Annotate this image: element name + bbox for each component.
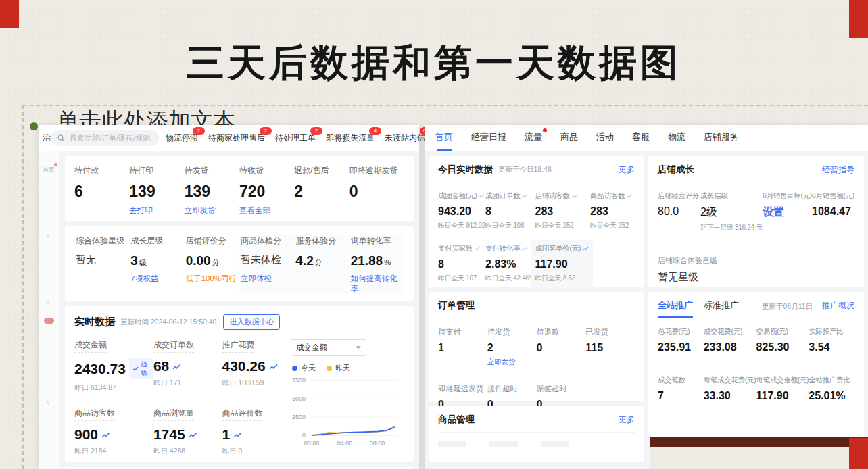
sidebar-badge [44, 318, 54, 324]
right-dashboard: 首页 经营日报 流量 商品 活动 客服 物流 店铺服务 今日实时数据 更新于今日… [425, 125, 868, 469]
growth-level: 成长层级 2级 距下一层级 316.24 元 [700, 191, 763, 232]
alert-nav: 物流停滞2 待商家处理售后2 待处理工单2 即将损失流量4 未读站内信68 [166, 132, 425, 144]
collapsed-sidebar: 首页 ∧ ∧ ∧ [39, 151, 59, 469]
trend-icon[interactable] [582, 246, 589, 251]
promo-amount-per-deal: 每笔成交金额(元) 117.90 [756, 376, 809, 405]
go-print-link[interactable]: 去打印 [129, 205, 184, 216]
metric-avg-order-value: 成团客单价(元) 117.90 昨日全天 8.52 [531, 240, 593, 289]
tab-goods[interactable]: 商品 [560, 131, 578, 151]
promotion-card: 全站推广 标准推广 更新于06月11日 推广概况 总花费(元) 235.91 成… [648, 292, 864, 437]
chevron-up-icon[interactable]: ∧ [45, 232, 50, 239]
metric-item-visitors: 商品访客数 283 昨日全天 252 [590, 191, 635, 230]
badge: 2 [260, 127, 272, 135]
shop-growth-card: 店铺成长 经营指导 店铺经营评分 80.0 成长层级 2级 距下一层级 316.… [648, 156, 864, 287]
stat-to-receive: 待收货 720 查看全部 [239, 165, 294, 216]
stat-inquiry-conversion: 询单转化率 21.88% 如何提高转化率 [349, 235, 404, 294]
trend-icon[interactable] [101, 431, 110, 439]
realtime-chart-svg [309, 374, 398, 439]
chart-legend: 今天 昨天 [292, 363, 404, 373]
trend-icon [626, 193, 633, 199]
corner-decor-bottom-right [849, 438, 868, 469]
right-dashboard-tabbar: 首页 经营日报 流量 商品 活动 客服 物流 店铺服务 [425, 125, 868, 151]
tab-customer-service[interactable]: 客服 [632, 131, 650, 151]
tab-home[interactable]: 首页 [435, 131, 453, 151]
tab-daily-report[interactable]: 经营日报 [471, 131, 506, 151]
sidebar-home-dot [54, 163, 57, 166]
nav-unread-messages[interactable]: 未读站内信68 [385, 132, 425, 144]
below-peers-link[interactable]: 低于100%同行 [186, 274, 239, 284]
star-rating-value: 暂无星级 [658, 271, 854, 284]
trend-badge[interactable]: 趋势 [129, 358, 153, 379]
growth-shop-score: 店铺经营评分 80.0 [658, 191, 700, 232]
chevron-up-icon[interactable]: ∧ [45, 298, 50, 305]
todo-stats-card: 待付款 6 待打印 139 去打印 待发货 139 立即发货 待收货 720 查… [65, 156, 414, 221]
badge: 2 [310, 127, 322, 135]
search-input[interactable] [68, 133, 152, 143]
stat-to-ship: 待发货 139 立即发货 [185, 165, 239, 216]
corner-decor-top-left [0, 0, 19, 28]
bottom-decor-bar [650, 437, 868, 447]
left-dashboard: 治 物流停滞2 待商家处理售后2 待处理工单2 即将损失流量4 未读站内信68 … [39, 125, 419, 469]
nav-pending-ticket[interactable]: 待处理工单2 [275, 132, 316, 144]
enter-data-center-button[interactable]: 进入数据中心 [223, 314, 280, 330]
trend-icon[interactable] [269, 363, 278, 370]
tab-traffic[interactable]: 流量 [525, 131, 542, 151]
order-shipped: 已发货 115 [585, 327, 635, 368]
trend-icon[interactable] [172, 363, 181, 370]
stat-service-score: 服务体验分 4.2分 [294, 235, 349, 294]
trend-icon [132, 365, 139, 372]
trend-icon [474, 246, 481, 251]
improve-conversion-link[interactable]: 如何提高转化率 [351, 274, 404, 294]
legend-yesterday[interactable]: 昨天 [327, 363, 350, 373]
set-target-link[interactable]: 设置 [763, 205, 812, 220]
bottom-bg-patch [650, 447, 849, 469]
stat-action-link[interactable] [74, 205, 129, 216]
tab-sitewide-promo[interactable]: 全站推广 [658, 299, 693, 318]
metric-pay-conversion: 支付转化率 2.83% 昨日全天 42.46% [485, 244, 535, 283]
sidebar-item-home[interactable]: 首页 [43, 166, 55, 174]
chevron-up-icon[interactable]: ∧ [45, 399, 50, 407]
more-link[interactable]: 更多 [619, 414, 635, 426]
metric-orders: 成交订单数 68 昨日 171 [153, 338, 222, 393]
search-bar[interactable] [51, 130, 159, 146]
promo-fee-ratio: 全站推广费比 25.01% [809, 376, 854, 405]
legend-today[interactable]: 今天 [292, 363, 316, 373]
tab-logistics[interactable]: 物流 [668, 131, 685, 151]
ship-now-link[interactable]: 立即发货 [185, 205, 239, 216]
star-rating-label: 店铺综合体验星级 [658, 255, 854, 266]
tab-activity[interactable]: 活动 [596, 131, 614, 151]
cutoff-content-placeholder [438, 441, 635, 447]
coaching-link[interactable]: 经营指导 [822, 164, 854, 176]
order-to-ship: 待发货 2 立即发货 [487, 327, 537, 368]
realtime-chart: 成交金额 今天 昨天 7500 5000 2500 0 00:00 [291, 338, 404, 456]
ship-now-link[interactable]: 立即发货 [487, 357, 537, 368]
promo-deal-count: 成交笔数 7 [658, 376, 704, 405]
benefits-link[interactable]: 7项权益 [130, 274, 184, 284]
search-icon [57, 134, 65, 142]
order-pending-pay: 待支付 1 [438, 327, 487, 368]
experience-stats-card: 综合体验星级 暂无 成长层级 3级 7项权益 店铺评价分 0.00分 低于100… [65, 226, 414, 301]
promo-overview-link[interactable]: 推广概况 [822, 300, 854, 312]
trend-icon[interactable] [233, 431, 242, 439]
check-now-link[interactable]: 立即体检 [241, 274, 294, 284]
today-realtime-card: 今日实时数据 更新于今日18:46 更多 成团金额(元) 943.20 昨日全天… [429, 156, 644, 287]
nav-traffic-loss[interactable]: 即将损失流量4 [326, 132, 375, 144]
nav-logistics-stalled[interactable]: 物流停滞2 [166, 132, 198, 144]
more-link[interactable]: 更多 [619, 164, 635, 176]
metric-shop-visitors: 店铺访客数 283 昨日全天 252 [535, 191, 590, 230]
stat-product-check: 商品体检分 暂未体检 立即体检 [239, 235, 294, 294]
view-all-link[interactable]: 查看全部 [239, 205, 294, 216]
trend-icon[interactable] [189, 431, 197, 439]
stat-overdue-shipping: 即将逾期发货 0 [349, 165, 404, 216]
corner-decor-top-right [849, 0, 868, 38]
nav-pending-aftersale[interactable]: 待商家处理售后2 [208, 132, 265, 144]
tab-shop-service[interactable]: 店铺服务 [704, 131, 739, 151]
chart-metric-select[interactable]: 成交金额 [291, 339, 366, 356]
trend-icon [521, 193, 528, 199]
bullet-dot [30, 122, 38, 130]
tab-standard-promo[interactable]: 标准推广 [704, 299, 739, 318]
order-management-card: 订单管理 待支付 1 待发货 2 立即发货 待退款 0 [429, 292, 644, 401]
metric-gmv: 成交金额 2430.73 趋势 昨日 6104.87 [74, 338, 153, 393]
stat-refund-aftersale: 退款/售后 2 [294, 165, 349, 216]
badge: 2 [193, 127, 205, 135]
